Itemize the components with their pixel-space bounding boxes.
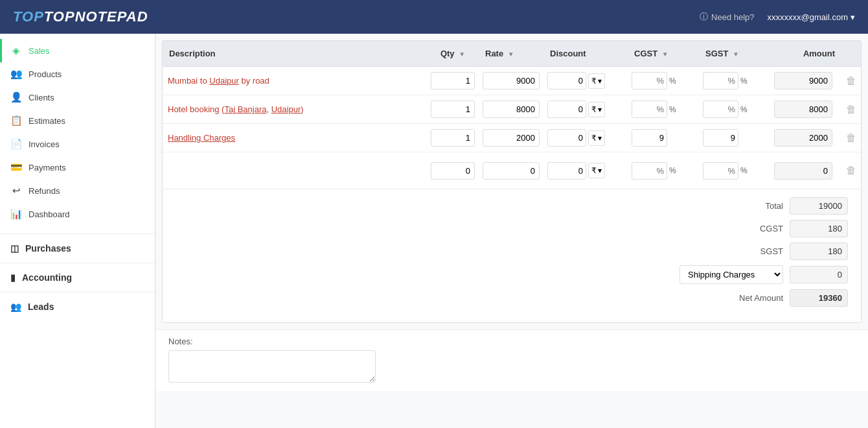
sidebar-purchases[interactable]: ◫ Purchases — [0, 237, 155, 260]
currency-select-3[interactable]: ₹ ▾ — [588, 130, 605, 146]
sidebar-leads[interactable]: 👥 Leads — [0, 295, 155, 318]
qty-sort-icon: ▼ — [459, 51, 465, 58]
currency-select-4[interactable]: ₹ ▾ — [588, 163, 605, 178]
shipping-value[interactable] — [790, 266, 848, 283]
rate-cell-3[interactable] — [479, 124, 543, 152]
discount-input-2[interactable] — [547, 101, 586, 118]
currency-select-1[interactable]: ₹ ▾ — [588, 73, 605, 89]
sidebar-sales[interactable]: ◈ Sales — [0, 39, 155, 62]
rate-input-3[interactable] — [483, 129, 540, 147]
sidebar-item-products[interactable]: 👥 Products — [0, 62, 155, 86]
sidebar-divider-3 — [0, 292, 155, 292]
table-row: Hotel booking (Taj Banjara, Udaipur) ₹ ▾ — [163, 95, 861, 124]
help-link[interactable]: ⓘ Need help? — [700, 11, 755, 23]
cgst-cell-3[interactable] — [628, 124, 699, 152]
col-qty[interactable]: Qty ▼ — [427, 41, 479, 67]
sidebar-item-clients[interactable]: 👤 Clients — [0, 86, 155, 109]
delete-btn-2[interactable]: 🗑 — [841, 95, 861, 124]
delete-btn-1[interactable]: 🗑 — [841, 67, 861, 95]
discount-input-4[interactable] — [547, 162, 586, 180]
sgst-input-2[interactable] — [703, 101, 738, 118]
sgst-pct-2: % — [740, 105, 748, 114]
desc-cell-4[interactable] — [163, 152, 427, 189]
col-rate[interactable]: Rate ▼ — [479, 41, 543, 67]
qty-input-2[interactable] — [431, 101, 475, 118]
sidebar-item-payments[interactable]: 💳 Payments — [0, 156, 155, 179]
sidebar-accounting[interactable]: ▮ Accounting — [0, 266, 155, 289]
currency-select-2[interactable]: ₹ ▾ — [588, 102, 605, 117]
cgst-total-value[interactable] — [790, 220, 848, 237]
cgst-input-4[interactable] — [632, 162, 667, 180]
amount-cell-1 — [770, 67, 841, 95]
sgst-pct-4: % — [740, 166, 748, 175]
sgst-cell-2[interactable]: % — [699, 95, 770, 124]
sgst-input-4[interactable] — [703, 162, 738, 180]
delete-btn-3[interactable]: 🗑 — [841, 124, 861, 152]
col-description: Description — [163, 41, 427, 67]
main-content: Description Qty ▼ Rate ▼ Discount — [155, 34, 868, 428]
rate-input-4[interactable] — [483, 162, 540, 180]
sidebar-item-dashboard[interactable]: 📊 Dashboard — [0, 202, 155, 226]
sgst-input-3[interactable] — [703, 129, 738, 147]
amount-input-1[interactable] — [774, 72, 832, 89]
sidebar-item-estimates[interactable]: 📋 Estimates — [0, 109, 155, 132]
sidebar-divider-1 — [0, 233, 155, 234]
sgst-total-row: SGST — [176, 243, 848, 260]
col-sgst[interactable]: SGST ▼ — [699, 41, 770, 67]
qty-input-1[interactable] — [431, 72, 475, 89]
notes-section: Notes: — [155, 329, 868, 391]
sgst-input-1[interactable] — [703, 72, 738, 89]
rate-sort-icon: ▼ — [508, 51, 514, 58]
net-value[interactable] — [790, 289, 848, 307]
qty-cell-2[interactable] — [427, 95, 479, 124]
user-menu[interactable]: xxxxxxxx@gmail.com ▾ — [768, 12, 855, 22]
col-cgst[interactable]: CGST ▼ — [628, 41, 699, 67]
rate-input-2[interactable] — [483, 101, 540, 118]
qty-cell-1[interactable] — [427, 67, 479, 95]
cgst-cell-4[interactable]: % — [628, 152, 699, 189]
cgst-sort-icon: ▼ — [662, 51, 668, 58]
app-logo: TopTopNotepad — [13, 8, 148, 25]
qty-cell-3[interactable] — [427, 124, 479, 152]
amount-input-3[interactable] — [774, 129, 832, 147]
notes-input[interactable] — [168, 350, 376, 383]
rate-cell-4[interactable] — [479, 152, 543, 189]
sgst-cell-3[interactable] — [699, 124, 770, 152]
sidebar-item-invoices[interactable]: 📄 Invoices — [0, 132, 155, 156]
discount-input-1[interactable] — [547, 72, 586, 89]
cgst-pct-2: % — [669, 105, 676, 114]
sales-section: ◈ Sales 👥 Products 👤 Clients 📋 Estimates… — [0, 34, 155, 231]
qty-cell-4[interactable] — [427, 152, 479, 189]
net-label: Net Amount — [718, 293, 783, 303]
invoice-table-container: Description Qty ▼ Rate ▼ Discount — [162, 40, 862, 323]
discount-cell-4: ₹ ▾ — [543, 152, 628, 189]
cgst-input-3[interactable] — [632, 129, 667, 147]
cgst-input-1[interactable] — [632, 72, 667, 89]
caret-icon: ▾ — [851, 12, 855, 22]
rate-cell-2[interactable] — [479, 95, 543, 124]
sgst-total-value[interactable] — [790, 243, 848, 260]
amount-input-2[interactable] — [774, 101, 832, 118]
cgst-cell-2[interactable]: % — [628, 95, 699, 124]
notes-label: Notes: — [168, 337, 855, 346]
delete-btn-4[interactable]: 🗑 — [841, 152, 861, 189]
qty-input-3[interactable] — [431, 129, 475, 147]
discount-input-3[interactable] — [547, 129, 586, 147]
sgst-cell-1[interactable]: % — [699, 67, 770, 95]
total-row: Total — [176, 197, 848, 215]
cgst-input-2[interactable] — [632, 101, 667, 118]
total-value[interactable] — [790, 197, 848, 215]
sales-icon: ◈ — [10, 45, 22, 56]
sidebar-item-refunds[interactable]: ↩ Refunds — [0, 179, 155, 202]
shipping-select[interactable]: Shipping Charges — [680, 265, 783, 284]
cgst-cell-1[interactable]: % — [628, 67, 699, 95]
help-icon: ⓘ — [700, 11, 708, 23]
amount-input-4[interactable] — [774, 162, 832, 180]
sgst-cell-4[interactable]: % — [699, 152, 770, 189]
qty-input-4[interactable] — [431, 162, 475, 180]
invoices-icon: 📄 — [10, 138, 22, 150]
app-header: TopTopNotepad ⓘ Need help? xxxxxxxx@gmai… — [0, 0, 868, 34]
net-amount-row: Net Amount — [176, 289, 848, 307]
rate-input-1[interactable] — [483, 72, 540, 89]
rate-cell-1[interactable] — [479, 67, 543, 95]
